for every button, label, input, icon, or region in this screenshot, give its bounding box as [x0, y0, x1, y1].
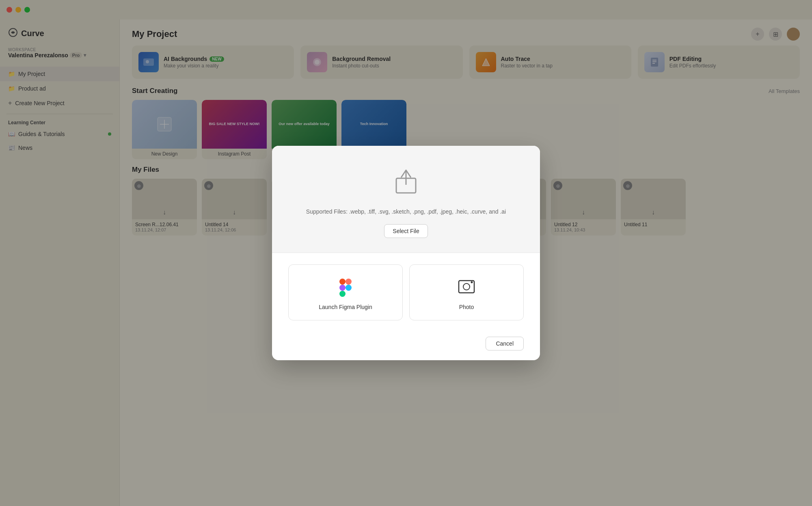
svg-rect-14	[339, 279, 346, 285]
modal-upload-zone: Supported Files: .webp, .tiff, .svg, .sk…	[272, 146, 540, 253]
svg-rect-15	[346, 279, 352, 285]
figma-option-label: Launch Figma Plugin	[295, 304, 396, 310]
photo-icon-container	[454, 275, 479, 299]
supported-files-text: Supported Files: .webp, .tiff, .svg, .sk…	[288, 208, 524, 216]
svg-rect-16	[339, 285, 346, 291]
photo-option-label: Photo	[416, 304, 517, 310]
modal-footer: Cancel	[272, 332, 540, 360]
photo-option[interactable]: Photo	[409, 264, 524, 320]
import-modal: Supported Files: .webp, .tiff, .svg, .sk…	[272, 146, 540, 360]
svg-rect-17	[339, 291, 346, 297]
cancel-button[interactable]: Cancel	[486, 337, 524, 350]
figma-icon-container	[333, 275, 358, 299]
modal-options: Launch Figma Plugin Photo	[272, 253, 540, 332]
svg-point-18	[346, 285, 352, 291]
svg-point-20	[463, 283, 470, 290]
modal-overlay[interactable]: Supported Files: .webp, .tiff, .svg, .sk…	[0, 0, 812, 506]
select-file-button[interactable]: Select File	[384, 224, 428, 238]
svg-point-21	[471, 281, 473, 283]
upload-icon	[390, 165, 422, 198]
figma-option[interactable]: Launch Figma Plugin	[288, 264, 403, 320]
